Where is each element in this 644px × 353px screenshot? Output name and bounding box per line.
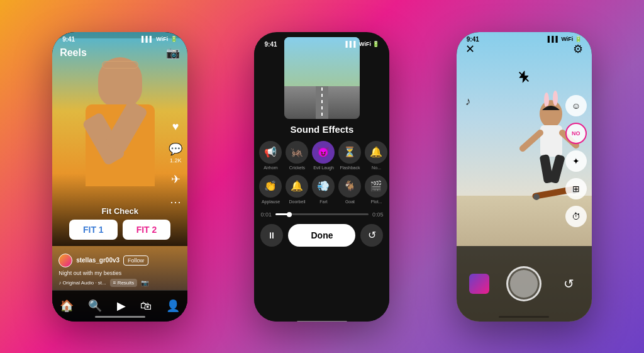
comment-button[interactable]: 💬 1.2K	[169, 142, 182, 164]
sound-grid-row2: 👏 Applause 🔔 Doorbell 💨 Fart 🐐 Goat 🎬 Pl…	[254, 175, 389, 204]
user-row: stellas_gr00v3 Follow	[58, 254, 181, 267]
record-speed-tool[interactable]: NO	[565, 123, 587, 144]
status-bar: 9:41 ▌▌▌WiFi🔋	[52, 32, 187, 44]
timeline-dot	[287, 212, 292, 217]
layout-tool[interactable]: ⊞	[565, 178, 587, 199]
results-tag[interactable]: ≡ Results	[110, 279, 138, 287]
reels-title: Reels	[60, 47, 87, 59]
flip-camera-button[interactable]: ↺	[559, 274, 579, 294]
sound-applause[interactable]: 👏 Applause	[259, 175, 282, 204]
sound-effects-title: Sound Effects	[254, 124, 389, 135]
fit-check-label: Fit Check	[101, 206, 138, 216]
undo-button[interactable]: ↺	[360, 224, 383, 247]
p3-right-tools: ☺ NO ✦ ⊞ ⏱	[565, 95, 587, 227]
capture-inner	[510, 270, 538, 298]
phone-reels: 9:41 ▌▌▌WiFi🔋 Reels 📷 ♥ 💬 1.2K ✈ ⋯	[52, 32, 187, 322]
face-tool[interactable]: ☺	[565, 95, 587, 116]
video-preview	[284, 37, 360, 119]
sound-evil-laugh[interactable]: 😈 Evil Laugh	[312, 141, 335, 170]
sound-goat[interactable]: 🐐 Goat	[338, 175, 361, 204]
phone-sound-effects: 9:41 ▌▌▌ WiFi 🔋 Sound Effects 📢 Airhorn …	[254, 32, 389, 322]
sound-grid-row1: 📢 Airhorn 🦗 Crickets 😈 Evil Laugh ⏳ Flas…	[254, 141, 389, 170]
sound-plot[interactable]: 🎬 Plot...	[365, 175, 387, 204]
timeline: 0:01 0:05	[254, 204, 389, 220]
capture-row: ↺	[457, 266, 592, 301]
close-button[interactable]: ✕	[465, 42, 475, 56]
audio-row: ♪ Original Audio · st... ≡ Results 📷	[58, 279, 181, 287]
phone2-content: 9:41 ▌▌▌ WiFi 🔋 Sound Effects 📢 Airhorn …	[254, 37, 389, 322]
home-indicator-2	[297, 321, 347, 322]
fit2-button[interactable]: FIT 2	[123, 220, 171, 240]
reels-header: Reels 📷	[60, 46, 180, 60]
like-button[interactable]: ♥	[169, 120, 182, 133]
sound-doorbell[interactable]: 🔔 Doorbell	[286, 175, 308, 204]
svg-point-8	[533, 194, 540, 200]
sound-flashback[interactable]: ⏳ Flashback	[338, 141, 361, 170]
phone-camera: 9:41 ▌▌▌ WiFi 🔋 ✕ ⚙ ♪ ☺ NO ✦ ⊞ ⏱	[457, 32, 592, 322]
nav-search[interactable]: 🔍	[88, 299, 102, 313]
caption: Night out with my besties	[58, 270, 181, 276]
play-icon: ⏸	[267, 230, 276, 240]
share-button[interactable]: ✈	[169, 172, 182, 186]
sound-fart[interactable]: 💨 Fart	[312, 175, 335, 204]
status-time-2: 9:41	[264, 41, 277, 48]
status-time: 9:41	[62, 36, 75, 43]
audio-label: ♪ Original Audio · st...	[58, 280, 106, 286]
status-bar-2: 9:41 ▌▌▌ WiFi 🔋	[254, 37, 389, 49]
p2-controls: ⏸ Done ↺	[254, 220, 389, 250]
reels-bottom: stellas_gr00v3 Follow Night out with my …	[52, 254, 187, 287]
phone3-content: 9:41 ▌▌▌ WiFi 🔋 ✕ ⚙ ♪ ☺ NO ✦ ⊞ ⏱	[457, 32, 592, 322]
fit1-button[interactable]: FIT 1	[69, 220, 118, 240]
timeline-end: 0:05	[372, 211, 384, 218]
nav-shop[interactable]: 🛍	[140, 300, 152, 313]
p3-bottom-controls: ↺	[457, 246, 592, 322]
svg-rect-2	[540, 125, 562, 157]
settings-button[interactable]: ⚙	[573, 42, 583, 56]
status-icons: ▌▌▌WiFi🔋	[142, 36, 177, 42]
capture-button[interactable]	[506, 266, 541, 301]
undo-icon: ↺	[368, 229, 376, 241]
follow-button[interactable]: Follow	[123, 255, 148, 266]
username: stellas_gr00v3	[76, 257, 119, 264]
status-icons-2: ▌▌▌ WiFi 🔋	[345, 41, 379, 47]
status-icons-3: ▌▌▌ WiFi 🔋	[548, 36, 582, 42]
fit-buttons: FIT 1 FIT 2	[69, 220, 170, 240]
sound-crickets[interactable]: 🦗 Crickets	[286, 141, 308, 170]
p3-header: ✕ ⚙	[457, 42, 592, 56]
done-button[interactable]: Done	[288, 224, 355, 247]
play-button[interactable]: ⏸	[260, 224, 283, 247]
svg-point-10	[544, 92, 549, 108]
camera-icon[interactable]: 📷	[166, 46, 180, 60]
fit-check-overlay: Fit Check FIT 1 FIT 2	[52, 206, 187, 240]
home-indicator	[95, 316, 145, 318]
timeline-start: 0:01	[260, 211, 272, 218]
nav-reels[interactable]: ▶	[117, 299, 126, 313]
sound-airhorn[interactable]: 📢 Airhorn	[259, 141, 282, 170]
reels-right-icons: ♥ 💬 1.2K ✈ ⋯	[169, 120, 182, 209]
timeline-bar[interactable]	[275, 213, 369, 215]
svg-point-11	[553, 91, 558, 106]
gallery-thumbnail[interactable]	[469, 274, 489, 294]
timer-tool[interactable]: ⏱	[565, 206, 587, 227]
nav-profile[interactable]: 👤	[166, 299, 180, 313]
flash-icon[interactable]	[517, 70, 531, 87]
move-tool[interactable]: ✦	[565, 150, 587, 172]
sound-no[interactable]: 🔔 No...	[365, 141, 387, 170]
nav-home[interactable]: 🏠	[60, 299, 74, 313]
music-icon[interactable]: ♪	[465, 95, 471, 108]
home-indicator-3	[499, 316, 549, 318]
user-avatar	[58, 254, 72, 267]
